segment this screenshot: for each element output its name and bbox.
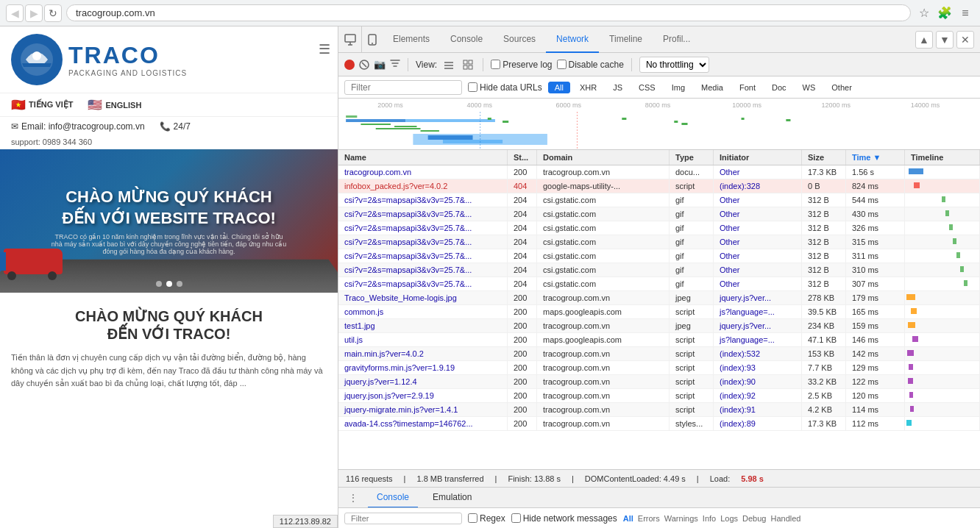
filter-img[interactable]: Img — [665, 82, 692, 93]
table-row[interactable]: util.js 200 maps.googleapis.com script j… — [338, 333, 980, 347]
inspect-icon[interactable] — [338, 26, 362, 53]
forward-button[interactable]: ▶ — [25, 4, 43, 22]
hide-data-urls-label[interactable]: Hide data URLs — [468, 82, 542, 93]
tab-sources[interactable]: Sources — [493, 26, 546, 53]
back-button[interactable]: ◀ — [6, 4, 24, 22]
table-row[interactable]: jquery.json.js?ver=2.9.19 200 tracogroup… — [338, 389, 980, 403]
filter-doc[interactable]: Doc — [765, 82, 793, 93]
row-initiator[interactable]: jquery.js?ver... — [714, 319, 802, 332]
disable-cache-label[interactable]: Disable cache — [557, 60, 624, 70]
row-initiator[interactable]: Other — [714, 235, 802, 249]
menu-icon[interactable]: ≡ — [956, 4, 974, 22]
row-name[interactable]: infobox_packed.js?ver=4.0.2 — [338, 179, 508, 193]
row-name[interactable]: main.min.js?ver=4.0.2 — [338, 347, 508, 360]
table-row[interactable]: jquery.js?ver=1.12.4 200 tracogroup.com.… — [338, 375, 980, 389]
dot-1[interactable] — [156, 281, 162, 287]
row-initiator[interactable]: (index):532 — [714, 347, 802, 360]
row-name[interactable]: Traco_Website_Home-logis.jpg — [338, 291, 508, 304]
row-initiator[interactable]: Other — [714, 249, 802, 263]
row-name[interactable]: csi?v=2&s=mapsapi3&v3v=25.7&... — [338, 249, 508, 263]
row-name[interactable]: csi?v=2&s=mapsapi3&v3v=25.7&... — [338, 263, 508, 277]
row-name[interactable]: csi?v=2&s=mapsapi3&v3v=25.7&... — [338, 193, 508, 207]
lang-en[interactable]: 🇺🇸 ENGLISH — [88, 98, 141, 112]
row-initiator[interactable]: js?language=... — [714, 305, 802, 318]
dot-3[interactable] — [177, 281, 182, 287]
col-timeline[interactable]: Timeline — [905, 150, 980, 165]
console-filter-input[interactable] — [344, 513, 462, 524]
hide-network-label[interactable]: Hide network messages — [511, 513, 617, 524]
row-initiator[interactable]: (index):90 — [714, 375, 802, 388]
reload-button[interactable]: ↻ — [44, 4, 62, 22]
row-initiator[interactable]: js?language=... — [714, 333, 802, 346]
table-row[interactable]: csi?v=2&s=mapsapi3&v3v=25.7&... 204 csi.… — [338, 277, 980, 291]
row-name[interactable]: common.js — [338, 305, 508, 318]
col-status[interactable]: St... — [508, 150, 537, 165]
row-initiator[interactable]: Other — [714, 263, 802, 277]
filter-font[interactable]: Font — [733, 82, 762, 93]
table-row[interactable]: csi?v=2&s=mapsapi3&v3v=25.7&... 204 csi.… — [338, 249, 980, 263]
table-row[interactable]: csi?v=2&s=mapsapi3&v3v=25.7&... 204 csi.… — [338, 263, 980, 277]
tab-elements[interactable]: Elements — [383, 26, 440, 53]
preserve-log-checkbox[interactable] — [491, 60, 500, 69]
row-initiator[interactable]: Other — [714, 165, 802, 179]
row-initiator[interactable]: (index):328 — [714, 179, 802, 193]
filter-ws[interactable]: WS — [796, 82, 823, 93]
row-initiator[interactable]: (index):93 — [714, 361, 802, 374]
row-name[interactable]: csi?v=2&s=mapsapi3&v3v=25.7&... — [338, 221, 508, 235]
col-domain[interactable]: Domain — [537, 150, 670, 165]
bottom-tab-console[interactable]: Console — [368, 488, 418, 508]
filter-css[interactable]: CSS — [632, 82, 662, 93]
camera-button[interactable]: 📷 — [374, 59, 386, 70]
table-row[interactable]: infobox_packed.js?ver=4.0.2 404 google-m… — [338, 179, 980, 193]
row-name[interactable]: util.js — [338, 333, 508, 346]
filter-js[interactable]: JS — [606, 82, 629, 93]
console-handled-btn[interactable]: Handled — [770, 514, 800, 523]
table-row[interactable]: csi?v=2&s=mapsapi3&v3v=25.7&... 204 csi.… — [338, 207, 980, 221]
close-devtools-button[interactable]: ✕ — [956, 31, 974, 49]
disable-cache-checkbox[interactable] — [557, 60, 567, 69]
preserve-log-label[interactable]: Preserve log — [491, 60, 552, 70]
row-name[interactable]: test1.jpg — [338, 319, 508, 332]
console-debug-btn[interactable]: Debug — [742, 514, 766, 523]
hide-data-urls-checkbox[interactable] — [468, 82, 477, 92]
table-row[interactable]: common.js 200 maps.googleapis.com script… — [338, 305, 980, 319]
extension-icon[interactable]: 🧩 — [936, 4, 954, 22]
filter-button[interactable] — [390, 58, 400, 71]
tab-profiler[interactable]: Profil... — [653, 26, 700, 53]
hamburger-button[interactable]: ☰ — [319, 41, 330, 57]
col-initiator[interactable]: Initiator — [714, 150, 802, 165]
tab-timeline[interactable]: Timeline — [599, 26, 653, 53]
row-initiator[interactable]: Other — [714, 221, 802, 235]
filter-input[interactable] — [344, 80, 462, 95]
console-errors-btn[interactable]: Errors — [638, 514, 660, 523]
col-name[interactable]: Name — [338, 150, 508, 165]
row-name[interactable]: jquery.json.js?ver=2.9.19 — [338, 389, 508, 402]
record-button[interactable] — [344, 60, 355, 70]
address-bar[interactable]: tracogroup.com.vn — [66, 4, 911, 21]
row-name[interactable]: csi?v=2&s=mapsapi3&v3v=25.7&... — [338, 235, 508, 249]
throttle-select[interactable]: No throttling Fast 3G Slow 3G Offline — [639, 57, 709, 73]
regex-label[interactable]: Regex — [468, 513, 505, 524]
table-row[interactable]: avada-14.css?timestamp=146762... 200 tra… — [338, 417, 980, 431]
table-row[interactable]: Traco_Website_Home-logis.jpg 200 tracogr… — [338, 291, 980, 305]
row-name[interactable]: gravityforms.min.js?ver=1.9.19 — [338, 361, 508, 374]
dot-2[interactable] — [166, 281, 172, 287]
row-name[interactable]: jquery.js?ver=1.12.4 — [338, 375, 508, 388]
row-name[interactable]: avada-14.css?timestamp=146762... — [338, 417, 508, 430]
mobile-icon[interactable] — [362, 26, 383, 53]
table-row[interactable]: csi?v=2&s=mapsapi3&v3v=25.7&... 204 csi.… — [338, 221, 980, 235]
console-warnings-btn[interactable]: Warnings — [664, 514, 698, 523]
table-row[interactable]: tracogroup.com.vn 200 tracogroup.com.vn … — [338, 165, 980, 179]
row-initiator[interactable]: (index):91 — [714, 403, 802, 416]
col-size[interactable]: Size — [802, 150, 846, 165]
filter-media[interactable]: Media — [695, 82, 730, 93]
bookmark-icon[interactable]: ☆ — [915, 4, 933, 22]
regex-checkbox[interactable] — [468, 513, 477, 523]
row-initiator[interactable]: (index):89 — [714, 417, 802, 430]
row-name[interactable]: csi?v=2&s=mapsapi3&v3v=25.7&... — [338, 207, 508, 221]
row-initiator[interactable]: Other — [714, 207, 802, 221]
row-initiator[interactable]: jquery.js?ver... — [714, 291, 802, 304]
tab-console[interactable]: Console — [440, 26, 493, 53]
row-name[interactable]: tracogroup.com.vn — [338, 165, 508, 179]
bottom-tab-emulation[interactable]: Emulation — [424, 488, 480, 508]
